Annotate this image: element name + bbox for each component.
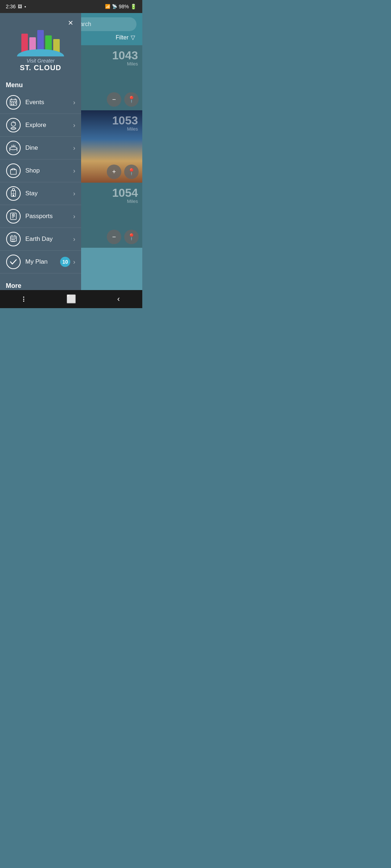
stay-label: Stay [25, 190, 73, 197]
svg-rect-46 [12, 241, 13, 242]
dine-icon [6, 140, 21, 156]
sidebar-item-dine[interactable]: Dine › [0, 137, 81, 159]
svg-point-26 [14, 169, 16, 170]
filter-icon: ▽ [131, 34, 135, 41]
svg-point-17 [10, 147, 17, 150]
svg-point-25 [12, 169, 13, 170]
stay-chevron: › [73, 190, 75, 197]
card-3-actions: − 📍 [107, 230, 139, 244]
svg-rect-5 [11, 102, 12, 103]
sidebar-item-myplan[interactable]: My Plan 10 › [0, 251, 81, 273]
svg-point-10 [7, 118, 20, 132]
svg-rect-44 [12, 239, 13, 240]
miles-number-1: 1043 [112, 50, 138, 61]
logo-visit-text: Visit Greater [20, 58, 62, 64]
status-left: 2:36 🖼 ● [6, 4, 26, 9]
sidebar-item-events[interactable]: Events › [0, 91, 81, 114]
nav-menu-button[interactable]: ⫶ [17, 292, 31, 306]
menu-title: Menu [0, 78, 81, 91]
explore-label: Explore [25, 122, 73, 129]
more-section: More Log In › [0, 276, 81, 290]
filter-label: Filter [115, 34, 129, 41]
wifi-icon: 📶 [105, 4, 110, 9]
bottom-nav: ⫶ ⬜ ‹ [0, 290, 142, 308]
svg-rect-6 [13, 102, 14, 103]
sidebar-item-shop[interactable]: Shop › [0, 159, 81, 182]
sidebar-item-earthday[interactable]: Earth Day › [0, 228, 81, 251]
svg-point-23 [7, 164, 20, 178]
card-1-minus-button[interactable]: − [107, 92, 121, 107]
shop-chevron: › [73, 167, 75, 175]
svg-rect-40 [10, 236, 16, 241]
passports-icon [6, 209, 21, 224]
main-container: Search Filter ▽ 1043 Miles LLED RA:N WHO… [0, 13, 142, 290]
back-arrow-icon: ‹ [117, 294, 120, 304]
svg-rect-8 [11, 104, 12, 105]
passports-label: Passports [25, 213, 73, 220]
card-2-pin-button[interactable]: 📍 [124, 165, 139, 179]
card-3-pin-button[interactable]: 📍 [124, 230, 139, 244]
miles-label-1: Miles [112, 61, 138, 67]
sidebar-item-explore[interactable]: Explore › [0, 114, 81, 137]
myplan-label: My Plan [25, 258, 60, 265]
earthday-chevron: › [73, 235, 75, 243]
calendar-icon [6, 95, 21, 110]
dine-chevron: › [73, 144, 75, 152]
logo-container [17, 20, 64, 56]
nav-home-button[interactable]: ⬜ [64, 292, 79, 306]
card-2-plus-button[interactable]: + [107, 165, 121, 179]
shop-label: Shop [25, 167, 73, 174]
svg-rect-9 [13, 104, 14, 105]
svg-rect-7 [15, 102, 16, 103]
sidebar-item-passports[interactable]: Passports › [0, 205, 81, 228]
close-button[interactable]: × [65, 17, 76, 28]
dine-label: Dine [25, 144, 73, 152]
miles-label-2: Miles [112, 126, 138, 132]
card-2-actions: + 📍 [107, 165, 139, 179]
svg-point-16 [7, 141, 20, 155]
myplan-icon [6, 254, 21, 269]
stay-icon [6, 186, 21, 201]
photo-icon: 🖼 [18, 4, 22, 9]
card-1-actions: − 📍 [107, 92, 139, 107]
myplan-chevron: › [73, 258, 75, 266]
nav-back-button[interactable]: ‹ [112, 292, 126, 306]
events-chevron: › [73, 99, 75, 106]
home-circle-icon: ⬜ [66, 294, 76, 304]
svg-rect-47 [13, 241, 14, 242]
miles-number-2: 1053 [112, 115, 138, 126]
svg-rect-45 [13, 239, 14, 240]
status-bar: 2:36 🖼 ● 📶 📡 98% 🔋 [0, 0, 142, 13]
myplan-badge: 10 [60, 257, 70, 267]
earthday-label: Earth Day [25, 235, 73, 243]
card-3-minus-button[interactable]: − [107, 230, 121, 244]
miles-label-3: Miles [112, 199, 138, 204]
miles-badge-3: 1054 Miles [112, 187, 138, 204]
time-display: 2:36 [6, 4, 16, 9]
filter-button[interactable]: Filter ▽ [115, 34, 135, 41]
card-1-pin-button[interactable]: 📍 [124, 92, 139, 107]
passports-chevron: › [73, 213, 75, 220]
menu-section: Menu Events › [0, 76, 81, 276]
explore-icon [6, 118, 21, 133]
earthday-icon [6, 231, 21, 247]
logo-name-text: ST. CLOUD [20, 64, 62, 72]
signal-icon: 📡 [112, 4, 117, 9]
explore-chevron: › [73, 122, 75, 129]
battery-icon: 🔋 [130, 4, 136, 9]
logo-text: Visit Greater ST. CLOUD [20, 58, 62, 72]
svg-rect-32 [13, 195, 14, 196]
svg-point-48 [7, 255, 20, 269]
miles-number-3: 1054 [112, 187, 138, 199]
sidebar: × Visit Greater ST. CLOUD Menu [0, 13, 81, 290]
svg-point-29 [12, 188, 14, 191]
miles-badge-1: 1043 Miles [112, 50, 138, 67]
shop-icon [6, 163, 21, 178]
status-right: 📶 📡 98% 🔋 [105, 4, 136, 9]
miles-badge-2: 1053 Miles [112, 115, 138, 132]
battery-display: 98% [119, 4, 129, 9]
menu-lines-icon: ⫶ [22, 294, 26, 304]
notification-dot: ● [24, 5, 26, 8]
svg-rect-24 [10, 170, 16, 174]
sidebar-item-stay[interactable]: Stay › [0, 182, 81, 205]
